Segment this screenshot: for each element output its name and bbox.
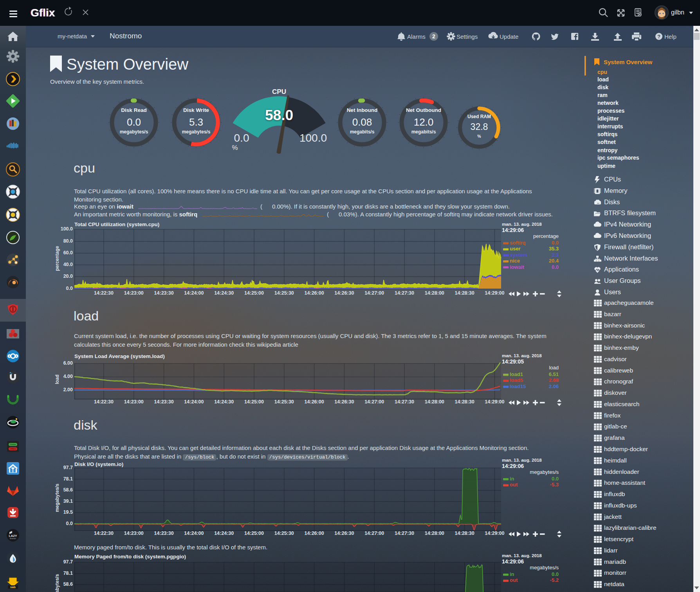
svg-text:sab: sab — [10, 585, 16, 589]
svg-text:Online: Online — [10, 443, 16, 446]
svg-text:librarian: librarian — [10, 538, 16, 540]
svg-text:?: ? — [657, 34, 660, 40]
svg-text:Offline: Offline — [10, 448, 16, 450]
